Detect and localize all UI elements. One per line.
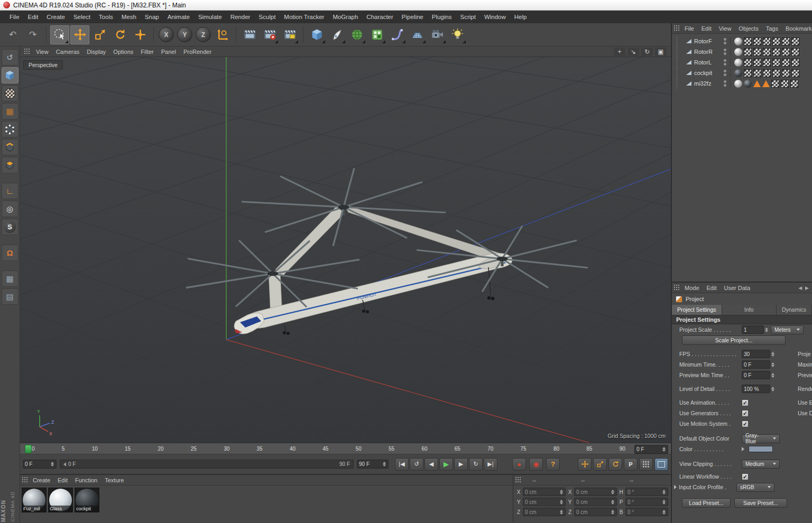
- magnet-snap-icon[interactable]: Ω: [2, 245, 19, 261]
- materials-menu-item[interactable]: Create: [29, 476, 54, 484]
- load-preset-button[interactable]: Load Preset...: [682, 498, 731, 508]
- coordinate-input[interactable]: 0 cm: [523, 498, 566, 506]
- material-thumbnail[interactable]: Glass: [48, 488, 73, 512]
- play-forwards-button[interactable]: ↻: [469, 458, 483, 471]
- y-axis-lock-icon[interactable]: Y: [177, 27, 192, 42]
- menu-item[interactable]: Character: [362, 12, 398, 22]
- object-manager-menu-item[interactable]: Edit: [698, 24, 715, 33]
- minimum-time-input[interactable]: 0 F: [742, 360, 770, 369]
- menu-item[interactable]: Create: [42, 12, 69, 22]
- x-axis-lock-icon[interactable]: X: [159, 27, 174, 42]
- spinner-icon[interactable]: [559, 498, 564, 506]
- tex-tag[interactable]: [791, 59, 799, 67]
- tex-tag[interactable]: [791, 69, 799, 77]
- key-parameter-icon[interactable]: P: [624, 458, 638, 471]
- key-position-icon[interactable]: [578, 458, 592, 471]
- menu-item[interactable]: Select: [69, 12, 95, 22]
- move-tool-icon[interactable]: [70, 25, 89, 44]
- use-generators-checkbox[interactable]: ✓: [742, 410, 749, 417]
- viewport-solo-icon[interactable]: ◎: [2, 201, 19, 217]
- project-scale-unit-dropdown[interactable]: Meters: [771, 325, 804, 334]
- workplane-mode-icon[interactable]: ▦: [2, 103, 19, 119]
- menu-item[interactable]: Simulate: [194, 12, 226, 22]
- range-start-handle[interactable]: 0 F: [63, 461, 76, 467]
- tab-dynamics[interactable]: Dynamics: [777, 305, 812, 315]
- rotate-view-icon[interactable]: ↻: [641, 48, 653, 56]
- title-bar[interactable]: CINEMA 4D R19.024 Studio (RC - R19) - [M…: [0, 0, 812, 11]
- spinner-icon[interactable]: [610, 488, 615, 496]
- visibility-toggles[interactable]: [724, 49, 726, 55]
- menu-item[interactable]: Sculpt: [254, 12, 280, 22]
- tex-tag[interactable]: [782, 69, 790, 77]
- scale-tool-icon[interactable]: [90, 25, 109, 44]
- coordinate-input[interactable]: 0 cm: [523, 488, 566, 496]
- preview-min-time-input[interactable]: 0 F: [742, 371, 770, 379]
- tex-tag[interactable]: [753, 59, 761, 67]
- use-motion-system-checkbox[interactable]: ✓: [742, 421, 749, 427]
- subdivision-surface-icon[interactable]: [347, 25, 366, 44]
- spinner-icon[interactable]: [764, 326, 769, 333]
- tri-tag[interactable]: [753, 80, 761, 87]
- material-thumbnail[interactable]: cockpit: [75, 488, 99, 512]
- zoom-view-icon[interactable]: ↘: [628, 48, 639, 56]
- attribute-menu-item[interactable]: Mode: [681, 284, 703, 292]
- autokey-button[interactable]: ◉: [529, 458, 543, 471]
- panel-grip-icon[interactable]: [24, 48, 30, 55]
- tex-tag[interactable]: [763, 48, 771, 56]
- tex-tag[interactable]: [782, 38, 790, 45]
- visibility-toggles[interactable]: [724, 70, 726, 76]
- key-scale-icon[interactable]: [593, 458, 607, 471]
- history-forward-icon[interactable]: ▶: [805, 285, 809, 291]
- phong-tag[interactable]: [734, 59, 742, 67]
- timeline-ruler[interactable]: 051015202530354045505560657075808590 0 F: [20, 443, 671, 454]
- panel-grip-icon[interactable]: [515, 477, 521, 483]
- range-start-field[interactable]: 0 F: [23, 460, 57, 469]
- use-animation-checkbox[interactable]: ✓: [742, 399, 749, 406]
- viewport-menu-item[interactable]: Options: [109, 48, 137, 56]
- object-row[interactable]: RotorF: [672, 36, 812, 46]
- dark-tag[interactable]: [744, 80, 752, 88]
- viewport-menu-item[interactable]: Cameras: [52, 48, 84, 56]
- edit-render-settings-icon[interactable]: [280, 25, 299, 44]
- phong-tag[interactable]: [734, 48, 742, 56]
- tex-tag[interactable]: [763, 59, 771, 67]
- menu-item[interactable]: Mesh: [117, 12, 141, 22]
- redo-button[interactable]: ↷: [23, 25, 42, 44]
- phong-tag[interactable]: [734, 80, 742, 88]
- dark-tag[interactable]: [734, 69, 742, 77]
- coord-mode-dropdown[interactable]: --: [525, 477, 574, 483]
- spinner-icon[interactable]: [559, 508, 564, 516]
- menu-item[interactable]: Script: [456, 12, 479, 22]
- viewport-menu-item[interactable]: ProRender: [180, 48, 215, 56]
- add-cube-icon[interactable]: [307, 25, 326, 44]
- panel-grip-icon[interactable]: [673, 284, 679, 291]
- tex-tag[interactable]: [782, 48, 790, 56]
- default-object-color-dropdown[interactable]: Gray-Blue: [742, 434, 780, 443]
- viewport-menu-item[interactable]: Filter: [137, 48, 157, 56]
- coordinate-input[interactable]: 0 °: [625, 488, 668, 496]
- record-keyframe-button[interactable]: ●: [512, 458, 526, 471]
- model-mode-icon[interactable]: [2, 67, 19, 83]
- menu-item[interactable]: Snap: [141, 12, 163, 22]
- make-editable-icon[interactable]: ↺: [2, 49, 19, 66]
- coordinate-input[interactable]: 0 cm: [523, 508, 566, 516]
- planar-workplane-icon[interactable]: ▤: [2, 288, 19, 305]
- spinner-icon[interactable]: [559, 488, 564, 496]
- tex-tag[interactable]: [753, 69, 761, 77]
- spinner-icon[interactable]: [610, 498, 615, 506]
- maximize-view-icon[interactable]: ▣: [655, 48, 667, 56]
- tex-tag[interactable]: [753, 48, 761, 56]
- previous-frame-button[interactable]: ◀: [425, 458, 438, 471]
- enable-axis-icon[interactable]: ∟: [2, 183, 19, 199]
- coord-mode-dropdown[interactable]: --: [622, 477, 671, 483]
- object-row[interactable]: cockpit: [672, 68, 812, 78]
- camera-icon[interactable]: [428, 25, 447, 44]
- menu-item[interactable]: Animate: [163, 12, 194, 22]
- pan-view-icon[interactable]: +: [614, 48, 625, 56]
- floor-icon[interactable]: [408, 25, 427, 44]
- object-manager-menu-item[interactable]: Objects: [735, 24, 762, 33]
- light-icon[interactable]: [448, 25, 467, 44]
- object-manager-menu-item[interactable]: Bookmarks: [782, 24, 812, 33]
- level-of-detail-input[interactable]: 100 %: [742, 385, 770, 393]
- phong-tag[interactable]: [734, 38, 742, 45]
